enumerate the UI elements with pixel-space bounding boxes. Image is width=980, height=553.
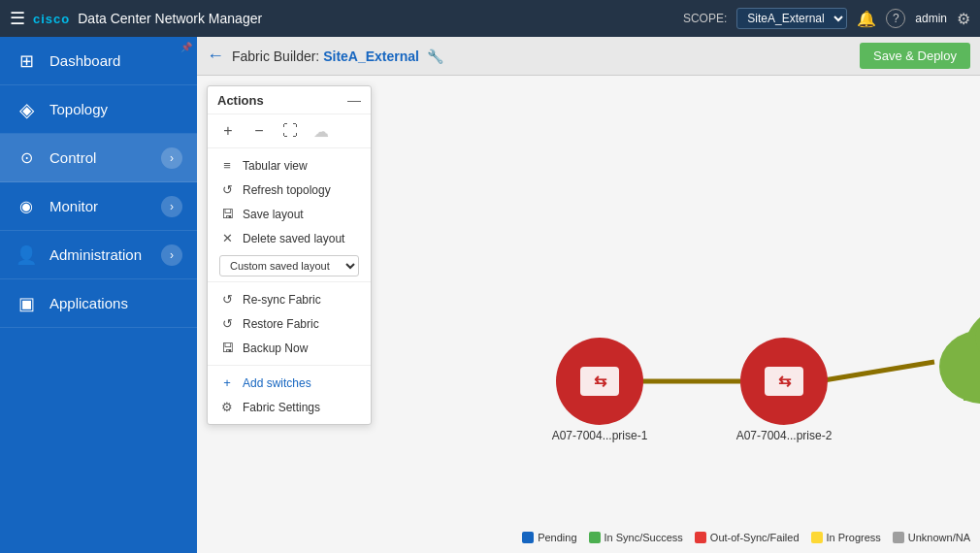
delete-layout-label: Delete saved layout <box>243 232 344 245</box>
actions-title: Actions <box>217 93 264 108</box>
sidebar-item-monitor[interactable]: ◉ Monitor › <box>0 182 197 231</box>
sidebar-label-applications: Applications <box>49 295 182 311</box>
cisco-logo: cisco <box>33 12 70 26</box>
add-switches-label: Add switches <box>243 376 311 390</box>
save-deploy-button[interactable]: Save & Deploy <box>860 43 970 69</box>
sidebar-item-applications[interactable]: ▣ Applications <box>0 279 197 328</box>
tabular-view-item[interactable]: ≡ Tabular view <box>208 153 371 178</box>
tabular-view-label: Tabular view <box>243 159 308 173</box>
monitor-arrow: › <box>161 196 182 217</box>
back-button[interactable]: ← <box>207 46 224 66</box>
sidebar-label-topology: Topology <box>49 101 182 117</box>
restore-label: Restore Fabric <box>243 317 319 331</box>
node1-switch-icon: ⇆ <box>594 373 607 389</box>
node2-label: A07-7004...prise-2 <box>736 429 833 442</box>
re-sync-icon: ↺ <box>219 292 235 307</box>
re-sync-fabric-item[interactable]: ↺ Re-sync Fabric <box>208 287 371 311</box>
sidebar-item-topology[interactable]: ◈ Topology <box>0 85 197 134</box>
top-bar: ☰ cisco Data Center Network Manager SCOP… <box>0 0 980 37</box>
main-layout: 📌 ⊞ Dashboard ◈ Topology ⊙ Control › ◉ M… <box>0 37 980 553</box>
add-icon: + <box>219 375 235 390</box>
actions-minimize-button[interactable]: — <box>347 92 361 108</box>
sidebar-label-dashboard: Dashboard <box>49 52 182 69</box>
actions-header: Actions — <box>208 86 371 114</box>
bell-icon[interactable]: 🔔 <box>857 10 876 28</box>
fabric-settings-item[interactable]: ⚙ Fabric Settings <box>208 395 371 419</box>
in-sync-label: In Sync/Success <box>604 532 683 543</box>
settings-icon[interactable]: ⚙ <box>957 10 970 28</box>
unknown-dot <box>893 532 904 543</box>
actions-separator-1 <box>208 281 371 282</box>
sidebar: 📌 ⊞ Dashboard ◈ Topology ⊙ Control › ◉ M… <box>0 37 197 553</box>
hamburger-icon[interactable]: ☰ <box>10 8 25 29</box>
in-progress-dot <box>811 532 823 543</box>
refresh-topology-label: Refresh topology <box>243 183 331 197</box>
control-icon: ⊙ <box>15 148 38 167</box>
node2-switch-icon: ⇆ <box>778 373 792 389</box>
administration-icon: 👤 <box>15 244 38 266</box>
legend-bar: Pending In Sync/Success Out-of-Sync/Fail… <box>522 532 970 543</box>
in-progress-label: In Progress <box>827 532 881 543</box>
legend-in-sync: In Sync/Success <box>589 532 683 543</box>
cloud-tool-button[interactable]: ☁ <box>310 120 332 142</box>
re-sync-label: Re-sync Fabric <box>243 293 321 307</box>
fabric-bar: ← Fabric Builder: SiteA_External 🔧 Save … <box>197 37 980 76</box>
sidebar-item-administration[interactable]: 👤 Administration › <box>0 231 197 279</box>
tabular-view-icon: ≡ <box>219 158 235 173</box>
zoom-in-button[interactable]: + <box>217 120 239 142</box>
monitor-icon: ◉ <box>15 197 38 215</box>
add-switches-item[interactable]: + Add switches <box>208 371 371 395</box>
applications-icon: ▣ <box>15 293 38 314</box>
wrench-icon[interactable]: 🔧 <box>427 49 443 64</box>
dashboard-icon: ⊞ <box>15 50 38 72</box>
actions-separator-2 <box>208 365 371 366</box>
connection-line-2 <box>818 362 934 381</box>
delete-layout-item[interactable]: ✕ Delete saved layout <box>208 226 371 250</box>
fabric-settings-label: Fabric Settings <box>243 401 320 414</box>
legend-pending: Pending <box>522 532 576 543</box>
zoom-out-button[interactable]: − <box>248 120 270 142</box>
top-bar-right: SCOPE: SiteA_External 🔔 ? admin ⚙ <box>683 8 970 29</box>
save-layout-label: Save layout <box>243 208 304 221</box>
scope-label: SCOPE: <box>683 12 727 25</box>
content-area: ← Fabric Builder: SiteA_External 🔧 Save … <box>197 37 980 553</box>
layout-dropdown: Custom saved layoutDefault layoutCircula… <box>219 255 359 276</box>
backup-now-item[interactable]: 🖫 Backup Now <box>208 336 371 360</box>
layout-select[interactable]: Custom saved layoutDefault layoutCircula… <box>219 255 359 276</box>
actions-toolbar: + − ⛶ ☁ <box>208 114 371 148</box>
pin-icon: 📌 <box>180 42 192 52</box>
unknown-label: Unknown/NA <box>908 532 970 543</box>
pending-label: Pending <box>538 532 576 543</box>
out-of-sync-label: Out-of-Sync/Failed <box>710 532 800 543</box>
cloud-bottom <box>964 362 980 401</box>
legend-in-progress: In Progress <box>811 532 881 543</box>
pending-dot <box>522 532 534 543</box>
sidebar-item-control[interactable]: ⊙ Control › <box>0 134 197 182</box>
legend-unknown: Unknown/NA <box>893 532 970 543</box>
backup-icon: 🖫 <box>219 341 235 355</box>
topology-canvas: Actions — + − ⛶ ☁ ≡ Tabular view ↺ <box>197 76 980 553</box>
refresh-topology-icon: ↺ <box>219 182 235 197</box>
control-arrow: › <box>161 147 182 169</box>
restore-fabric-item[interactable]: ↺ Restore Fabric <box>208 311 371 336</box>
save-layout-icon: 🖫 <box>219 207 235 221</box>
fullscreen-button[interactable]: ⛶ <box>279 120 301 142</box>
legend-out-of-sync: Out-of-Sync/Failed <box>695 532 800 543</box>
refresh-topology-item[interactable]: ↺ Refresh topology <box>208 178 371 202</box>
fabric-settings-icon: ⚙ <box>219 400 235 414</box>
node1-label: A07-7004...prise-1 <box>552 429 648 442</box>
top-bar-left: ☰ cisco Data Center Network Manager <box>10 8 262 29</box>
backup-label: Backup Now <box>243 342 308 355</box>
admin-arrow: › <box>161 244 182 266</box>
scope-select[interactable]: SiteA_External <box>736 8 847 29</box>
actions-panel: Actions — + − ⛶ ☁ ≡ Tabular view ↺ <box>207 85 372 425</box>
app-title: Data Center Network Manager <box>78 11 262 26</box>
sidebar-item-dashboard[interactable]: 📌 ⊞ Dashboard <box>0 37 197 85</box>
actions-menu: ≡ Tabular view ↺ Refresh topology 🖫 Save… <box>208 148 371 424</box>
out-of-sync-dot <box>695 532 706 543</box>
help-icon[interactable]: ? <box>886 9 905 28</box>
admin-label: admin <box>915 12 947 25</box>
save-layout-item[interactable]: 🖫 Save layout <box>208 202 371 226</box>
topology-icon: ◈ <box>15 98 38 121</box>
sidebar-label-monitor: Monitor <box>49 198 149 214</box>
